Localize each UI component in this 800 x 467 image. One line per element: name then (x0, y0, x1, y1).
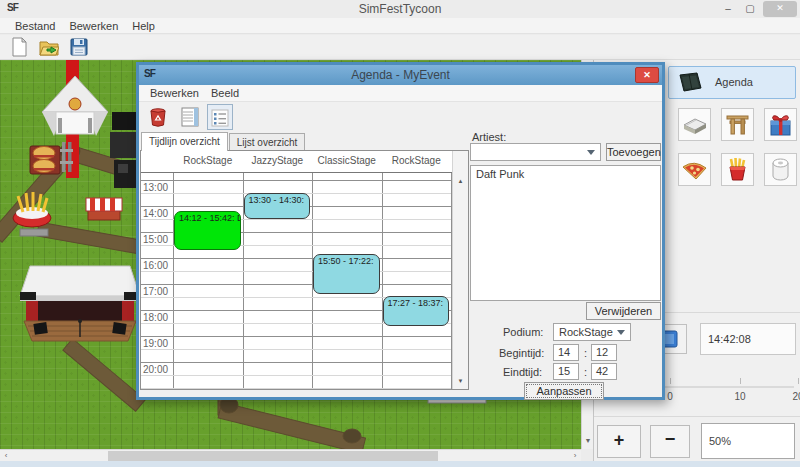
podium-label: Podium: (503, 326, 543, 338)
hour-gridline (141, 336, 451, 337)
column-header: JazzyStage (243, 155, 313, 166)
tab-lijst-overzicht[interactable]: Lijst overzicht (229, 133, 306, 151)
schedule-event[interactable]: 15:50 - 17:22: (313, 254, 380, 294)
time-label: 14:00 (143, 208, 168, 219)
scroll-down-icon[interactable]: ▼ (453, 374, 468, 388)
tab-tijdlijn-overzicht[interactable]: Tijdlijn overzicht (141, 132, 228, 151)
gift-icon (765, 130, 796, 142)
fries-button[interactable] (721, 153, 754, 186)
zoom-level-field[interactable]: 50% (701, 423, 795, 459)
dialog-title: Agenda - MyEvent (139, 68, 662, 82)
gift-button[interactable] (764, 108, 797, 141)
artist-label: Artiest: (472, 131, 506, 143)
popcorn-stand[interactable] (86, 198, 122, 220)
dialog-titlebar[interactable]: SF Agenda - MyEvent ✕ (139, 65, 662, 85)
slider-tick-label: 20 (783, 391, 800, 402)
minimize-button[interactable]: – (718, 1, 738, 17)
podium-combobox[interactable]: RockStage (553, 323, 631, 341)
fries-stand[interactable] (13, 192, 51, 236)
add-artist-button[interactable]: Toevoegen (606, 143, 661, 161)
maximize-button[interactable]: ▢ (740, 1, 760, 17)
agenda-button-label: Agenda (715, 76, 753, 88)
artist-listbox[interactable]: Daft Punk (470, 165, 661, 301)
zoom-in-button[interactable]: + (597, 425, 641, 458)
schedule-event[interactable]: 13:30 - 14:30: (244, 193, 311, 219)
entrance-tent[interactable] (42, 76, 108, 136)
time-label: 15:00 (143, 234, 168, 245)
toilet-roll-button[interactable] (764, 153, 797, 186)
apply-button[interactable]: Aanpassen (524, 382, 604, 400)
slider-tick (670, 378, 671, 384)
scroll-up-icon[interactable]: ▲ (453, 174, 468, 188)
slider-tick (798, 378, 799, 384)
chevron-down-icon (587, 150, 595, 155)
stage-platform-button[interactable] (678, 108, 711, 141)
time-label: 20:00 (143, 364, 168, 375)
agenda-dialog: SF Agenda - MyEvent ✕ BewerkenBeeld (136, 62, 665, 400)
end-minute-field[interactable]: 42 (591, 363, 617, 380)
clock-display: 14:42:08 (700, 323, 796, 355)
hour-gridline (141, 362, 451, 363)
window-titlebar: SF SimFestTycoon – ▢ ✕ (0, 0, 800, 18)
dialog-close-button[interactable]: ✕ (635, 67, 659, 83)
torii-button[interactable] (721, 108, 754, 141)
end-hour-field[interactable]: 15 (553, 363, 579, 380)
schedule-event[interactable]: 17:27 - 18:37: (383, 296, 450, 326)
trash-icon (147, 106, 169, 128)
time-label: 19:00 (143, 338, 168, 349)
open-file-button[interactable] (36, 36, 62, 58)
menu-bestand[interactable]: Bestand (8, 18, 62, 34)
list-view-button[interactable] (207, 104, 233, 130)
schedule-event[interactable]: 14:12 - 15:42: Daft Punk (174, 211, 241, 250)
time-label: 18:00 (143, 312, 168, 323)
chevron-down-icon (617, 330, 625, 335)
remove-artist-button[interactable]: Verwijderen (586, 302, 661, 320)
start-hour-field[interactable]: 14 (553, 344, 579, 361)
toilet-roll-icon (765, 175, 796, 187)
open-file-icon (39, 47, 59, 59)
slider-tick-label: 10 (725, 391, 755, 402)
artist-combobox[interactable] (470, 143, 601, 161)
half-hour-gridline (141, 375, 451, 376)
timeline-schedule[interactable]: RockStageJazzyStageClassicStageRockStage… (140, 150, 469, 390)
column-header: ClassicStage (312, 155, 382, 166)
main-stage[interactable] (20, 266, 140, 341)
close-button[interactable]: ✕ (763, 1, 797, 17)
torii-icon (722, 130, 753, 142)
save-file-icon (69, 47, 89, 59)
main-toolbar (0, 35, 800, 60)
dialog-menu-beeld[interactable]: Beeld (205, 85, 245, 101)
schedule-header: RockStageJazzyStageClassicStageRockStage (141, 151, 468, 173)
dialog-menu-bewerken[interactable]: Bewerken (144, 85, 205, 101)
start-minute-field[interactable]: 12 (591, 344, 617, 361)
new-file-button[interactable] (6, 36, 32, 58)
map-horizontal-scrollbar[interactable]: ‹ › (0, 449, 581, 461)
end-time-label: Eindtijd: (503, 366, 542, 378)
schedule-body[interactable]: 13:0014:0015:0016:0017:0018:0019:0020:00… (141, 173, 468, 389)
column-header: RockStage (173, 155, 243, 166)
pizza-icon (679, 175, 710, 187)
shop-icon-grid (674, 106, 800, 236)
main-window: SF SimFestTycoon – ▢ ✕ BestandBewerkenHe… (0, 0, 800, 467)
half-hour-gridline (141, 388, 451, 389)
menu-bewerken[interactable]: Bewerken (62, 18, 125, 34)
pizza-button[interactable] (678, 153, 711, 186)
schedule-scrollbar[interactable]: ▲ ▼ (452, 151, 468, 389)
window-title: SimFestTycoon (0, 2, 800, 16)
scrollbar-thumb[interactable] (108, 451, 438, 461)
time-label: 13:00 (143, 182, 168, 193)
save-file-button[interactable] (66, 36, 92, 58)
menu-help[interactable]: Help (125, 18, 162, 34)
hour-gridline (141, 180, 451, 181)
agenda-button[interactable]: Agenda (668, 66, 796, 99)
start-time-label: Begintijd: (499, 347, 544, 359)
view-tabs: Tijdlijn overzichtLijst overzicht (141, 132, 306, 150)
time-colon: : (584, 347, 587, 359)
timeline-view-button[interactable] (177, 104, 203, 130)
zoom-out-button[interactable]: − (650, 425, 690, 458)
trash-button[interactable] (145, 104, 171, 130)
artist-list-item[interactable]: Daft Punk (471, 166, 660, 182)
main-menubar: BestandBewerkenHelp (0, 18, 800, 34)
dialog-toolbar (139, 102, 662, 132)
time-label: 16:00 (143, 260, 168, 271)
